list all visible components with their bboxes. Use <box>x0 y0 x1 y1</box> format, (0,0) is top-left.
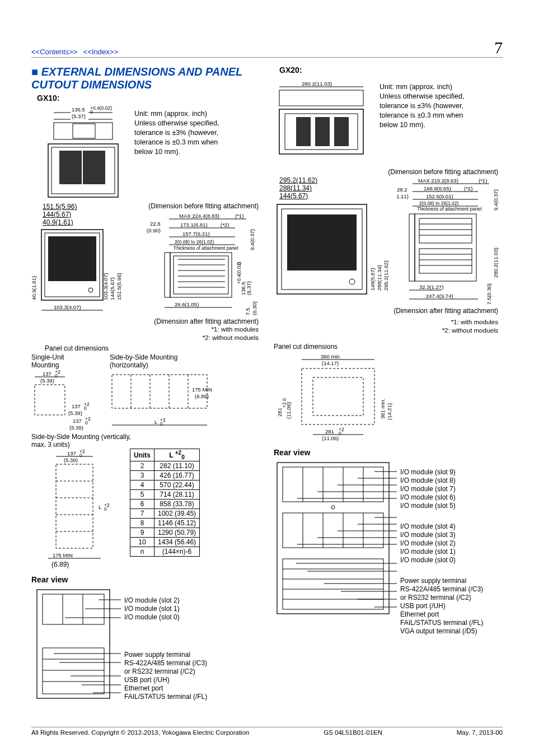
index-link[interactable]: <<Index>> <box>83 48 118 56</box>
section-title: ■ External Dimensions and Panel Cutout D… <box>31 66 260 91</box>
svg-rect-117 <box>315 117 330 146</box>
svg-text:281: 281 <box>277 408 283 417</box>
svg-text:360 min.: 360 min. <box>321 353 341 360</box>
gx20-rear-view <box>274 459 397 622</box>
svg-text:0: 0 <box>282 398 287 401</box>
right-column: GX20: 280.2(11.03) Unit: mm (approx. inc… <box>274 66 503 704</box>
svg-text:0: 0 <box>339 431 341 436</box>
svg-rect-118 <box>334 117 349 146</box>
svg-text:0: 0 <box>55 373 58 379</box>
svg-text:(5.39): (5.39) <box>68 410 82 416</box>
svg-rect-173 <box>283 467 383 502</box>
svg-text:173.1(6.81): 173.1(6.81) <box>180 222 208 228</box>
svg-text:(*1): (*1) <box>479 178 487 184</box>
svg-rect-116 <box>296 117 311 146</box>
svg-point-122 <box>349 279 355 284</box>
svg-text:157.7(6.21): 157.7(6.21) <box>182 231 210 237</box>
footer: All Rights Reserved. Copyright © 2012-20… <box>31 727 503 736</box>
svg-rect-20 <box>48 236 96 281</box>
svg-text:9.4(0.37): 9.4(0.37) <box>493 189 499 211</box>
svg-rect-184 <box>283 559 383 609</box>
gx10-label: GX10: <box>37 94 260 102</box>
gx10-cut-single: 137 +20 (5.39) 137 +20 (5.39) 137 +20 (5… <box>31 369 99 431</box>
svg-text:0: 0 <box>104 506 107 512</box>
svg-text:7.5(0.30): 7.5(0.30) <box>486 283 492 305</box>
svg-text:Thickness of attachment panel: Thickness of attachment panel <box>174 245 238 251</box>
footer-copyright: All Rights Reserved. Copyright © 2012-20… <box>31 729 249 736</box>
svg-text:9.4(0.37): 9.4(0.37) <box>249 229 255 250</box>
gx10-after-caption: (Dimension after fitting attachment) <box>147 318 259 325</box>
gx20-front-top: 280.2(11.03) <box>274 80 372 161</box>
svg-rect-178 <box>283 513 383 548</box>
svg-text:281: 281 <box>325 428 334 435</box>
svg-text:(*1): (*1) <box>235 213 243 219</box>
svg-text:(5.39): (5.39) <box>40 377 54 384</box>
units-table: UnitsL +20 2282 (11.10) 3426 (16.77) 457… <box>130 449 200 557</box>
svg-text:247.4(9.74): 247.4(9.74) <box>426 293 453 299</box>
footer-date: May. 7, 2013-00 <box>457 729 503 736</box>
svg-rect-95 <box>37 590 110 698</box>
svg-text:148(5.67): 148(5.67) <box>369 268 376 291</box>
svg-rect-145 <box>419 249 472 273</box>
svg-text:151.5(5.96): 151.5(5.96) <box>116 273 122 301</box>
gx20-rear-title: Rear view <box>274 448 503 457</box>
svg-rect-85 <box>56 464 93 548</box>
footer-docid: GS 04L51B01-01EN <box>324 729 382 736</box>
svg-text:137: 137 <box>67 450 76 456</box>
svg-text:(14.17): (14.17) <box>322 360 339 366</box>
gx10-rear-view <box>31 586 121 704</box>
svg-text:361 min.: 361 min. <box>380 398 386 418</box>
svg-text:L: L <box>99 504 101 510</box>
gx10-cut-vert: 137 +20 (5.39) L +20 175 MIN <box>31 449 121 561</box>
svg-text:137: 137 <box>72 403 81 409</box>
svg-rect-160 <box>313 377 363 416</box>
svg-rect-37 <box>165 253 170 297</box>
svg-text:152.6(6.01): 152.6(6.01) <box>426 193 453 199</box>
svg-text:144(5.67): 144(5.67) <box>109 278 115 301</box>
svg-text:22.8: 22.8 <box>150 221 161 227</box>
svg-rect-60 <box>35 385 65 415</box>
svg-text:MAX 224.4(8.83): MAX 224.4(8.83) <box>179 213 219 219</box>
svg-text:137: 137 <box>73 418 82 424</box>
svg-text:136.5: 136.5 <box>72 106 85 113</box>
svg-rect-99 <box>43 648 104 694</box>
contents-link[interactable]: <<Contents>> <box>31 48 77 56</box>
gx20-before-caption: (Dimension before fitting attachment) <box>274 168 498 176</box>
page-number: 7 <box>494 39 503 56</box>
svg-rect-113 <box>279 90 363 106</box>
gx10-cut-horiz: 175 MIN (6.89) L +20 <box>110 369 216 431</box>
gx20-unit-note: Unit: mm (approx. inch) Unless otherwise… <box>380 82 475 129</box>
svg-rect-12 <box>59 151 82 184</box>
gx10-profile: 22.8 (0.90) MAX 224.4(8.83) (*1) 173.1(6… <box>147 211 259 318</box>
svg-rect-141 <box>419 218 472 243</box>
svg-rect-13 <box>83 151 105 184</box>
svg-text:175 MIN: 175 MIN <box>53 552 73 558</box>
svg-text:137: 137 <box>43 371 51 377</box>
svg-text:(6.89): (6.89) <box>195 393 209 399</box>
svg-text:295.2(11.62): 295.2(11.62) <box>383 261 389 291</box>
left-column: ■ External Dimensions and Panel Cutout D… <box>31 66 260 704</box>
gx10-unit-note: Unit: mm (approx. inch) Unless otherwise… <box>134 109 229 156</box>
svg-point-183 <box>331 506 335 509</box>
svg-text:0: 0 <box>79 452 82 458</box>
svg-rect-9 <box>73 124 95 138</box>
svg-text:(*2): (*2) <box>464 185 472 192</box>
svg-text:(5.39): (5.39) <box>69 424 83 431</box>
svg-text:0: 0 <box>160 421 163 427</box>
svg-text:(*2): (*2) <box>221 222 229 228</box>
svg-rect-139 <box>409 214 415 281</box>
svg-text:(14.21): (14.21) <box>386 403 392 420</box>
svg-rect-96 <box>43 594 104 624</box>
gx20-after-caption: (Dimension after fitting attachment) <box>274 307 498 315</box>
svg-text:280.2(11.03): 280.2(11.03) <box>493 248 499 278</box>
svg-text:288(11.34): 288(11.34) <box>376 265 382 291</box>
svg-text:Thickness of attachment panel: Thickness of attachment panel <box>417 206 481 212</box>
svg-text:(11.06): (11.06) <box>285 402 292 419</box>
svg-text:0: 0 <box>90 109 93 115</box>
gx10-panelcut-title: Panel cut dimensions <box>45 344 260 352</box>
svg-text:(5.37): (5.37) <box>246 281 252 295</box>
svg-point-21 <box>88 288 93 292</box>
svg-text:MAX 219.2(8.63): MAX 219.2(8.63) <box>418 178 458 184</box>
gx20-front-main: 148(5.67) 288(11.34) 295.2(11.62) <box>274 201 391 302</box>
svg-text:(11.06): (11.06) <box>322 435 339 441</box>
